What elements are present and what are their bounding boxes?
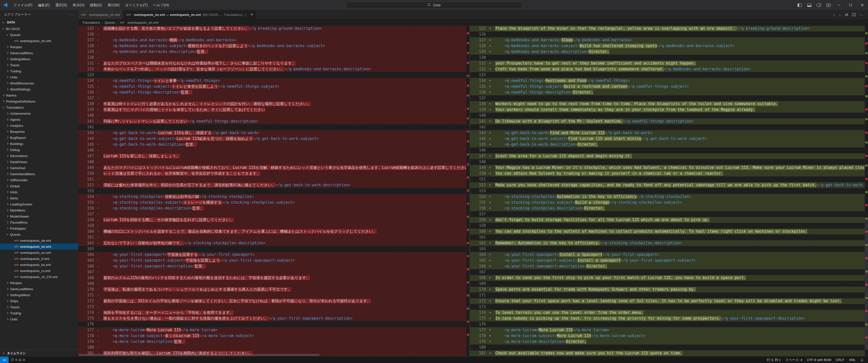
line-number[interactable]: 169 [78,281,95,287]
line-number[interactable]: 156 [470,205,487,211]
line-number[interactable]: 144 [78,136,95,142]
tree-item-pausemenu[interactable]: PauseMenu [0,219,78,225]
menu-item-4[interactable]: 表示(V) [70,0,87,10]
line-number[interactable]: 176 [78,321,95,327]
line-number[interactable]: 173 [78,304,95,310]
code-line[interactable]: 151 [470,176,865,182]
line-number[interactable]: 159 [470,223,487,229]
timeline-section-header[interactable]: タイムライン [0,350,78,357]
line-number[interactable]: 135 [470,84,487,90]
code-line[interactable]: 141+Do likewise with a blueprint of the … [470,119,865,124]
tree-item-recipes[interactable]: Recipes [0,280,78,286]
breadcrumb-item[interactable]: Translations [82,21,100,25]
tree-item-quests[interactable]: Quests [0,32,78,38]
line-number[interactable]: 147 [78,153,95,159]
code-line[interactable]: 169 [470,281,865,287]
code-line[interactable]: 145+ <q-get-back-to-work-description>Dir… [470,142,865,147]
line-number[interactable]: 137 [78,95,95,101]
line-number[interactable]: 145 [78,142,95,147]
code-line[interactable]: 146 [470,147,865,153]
code-line[interactable]: 172-最初の宇宙港には、3X3タイルの平坦な着陸ゾーンを確保してください。完全… [78,298,466,304]
line-number[interactable]: 150 [470,171,487,176]
line-number[interactable]: 140 [78,113,95,119]
line-number[interactable]: 142 [470,124,487,130]
previous-change-icon[interactable]: ↑ [833,12,835,17]
code-line[interactable]: 134+ <q-needful-things>Restrooms and Foo… [470,78,865,84]
code-line[interactable]: 150-レッド溶液は交易で手に入れるか、化学実験室や、化学反応炉で作成することも… [78,171,466,176]
code-line[interactable]: 130- [78,55,466,61]
line-number[interactable]: 146 [78,147,95,153]
line-number[interactable]: 138 [78,101,95,107]
line-number[interactable]: 175 [470,316,487,321]
line-number[interactable]: 172 [470,298,487,304]
line-number[interactable]: 179 [470,339,487,344]
code-line[interactable]: 128+ <q-bedknobs-and-barracks-subject>Bu… [470,43,865,49]
code-line[interactable]: 150+You can obtain Red Solvent by tradin… [470,171,865,176]
line-number[interactable]: 160 [470,229,487,234]
line-number[interactable]: 152 [78,182,95,188]
code-line[interactable]: 148 [470,159,865,165]
maximize-button[interactable] [845,0,857,10]
vertical-scrollbar-thumb[interactable] [865,218,868,350]
minimize-button[interactable] [833,0,845,10]
tree-item-worldsettings[interactable]: WorldSettings [0,86,78,92]
code-line[interactable]: 171- [78,292,466,298]
tree-item-saveloadmenu[interactable]: SaveLoadMenu [0,286,78,292]
line-number[interactable]: 178 [78,333,95,339]
code-line[interactable]: 133 [78,72,466,78]
code-line[interactable]: 167 [470,269,865,275]
code-line[interactable]: 168-最初のルクルム115の最初のバッチを回収するための最初の船を送信するため… [78,275,466,281]
line-number[interactable]: 129 [78,49,95,55]
code-line[interactable]: 165+ <q-your-first-spaceport-subject>Ins… [470,258,865,263]
code-line[interactable]: 156- <q-stocking-stockpiles-description>… [78,205,466,211]
code-line[interactable]: 156+ <q-stocking-stockpiles-description>… [470,205,865,211]
line-number[interactable]: 128 [470,43,487,49]
code-line[interactable]: 177- <q-more-lucrum>More Lucrum 115</q-m… [78,327,466,333]
line-number[interactable]: 136 [78,90,95,95]
code-line[interactable]: 147-Lucrum 115を探し出し、採掘しましょう。 [78,153,466,159]
code-line[interactable]: 178+ <q-more-lucrum-subject>More Lucrum … [470,333,865,339]
line-number[interactable]: 155 [470,200,487,205]
tree-item-ships[interactable]: Ships [0,298,78,304]
code-line[interactable]: 162-忘れないで下さい：自動化が効率化の鍵です。</q-stocking-st… [78,240,466,246]
close-button[interactable]: × [857,0,868,10]
code-line[interactable]: 135+ <q-needful-things-subject>Build a r… [470,84,865,90]
code-line[interactable]: 145- <q-get-back-to-work-description>監督、 [78,142,466,147]
menu-item-1[interactable]: ファイル(F) [10,0,35,10]
code-line[interactable]: 180 [470,344,865,351]
line-number[interactable]: 159 [78,223,95,229]
line-number[interactable]: 178 [470,333,487,339]
code-line[interactable]: 136+ <q-needful-things-description>Direc… [470,90,865,95]
tree-item-prototypedefinitions[interactable]: PrototypeDefinitions [0,98,78,104]
menu-item-2[interactable]: 編集(E) [35,0,53,10]
code-line[interactable]: 137 [470,95,865,101]
menu-item-5[interactable]: 移動(G) [87,0,105,10]
line-number[interactable]: 143 [78,130,95,136]
code-line[interactable]: 176 [78,321,466,327]
status-item-4[interactable]: CRLF [833,357,846,363]
tree-item-global[interactable]: Global [0,183,78,189]
line-number[interactable]: 132 [470,66,487,72]
line-number[interactable]: 166 [78,263,95,269]
code-line[interactable]: 164- <q-your-first-spaceport>宇宙港を設置する</q… [78,252,466,258]
line-number[interactable]: 175 [78,316,95,321]
code-line[interactable]: 159 [470,223,865,229]
breadcrumb-item[interactable]: eventsquests_en.xml [127,21,158,25]
code-line[interactable]: 176 [470,321,865,327]
more-actions-icon[interactable]: ··· [860,12,864,17]
tree-item-translations[interactable]: Translations [0,104,78,110]
line-number[interactable]: 137 [470,95,487,101]
line-number[interactable]: 126 [470,32,487,37]
code-line[interactable]: 140 [470,113,865,119]
line-number[interactable]: 131 [78,61,95,66]
tree-item-loadingscreen[interactable]: LoadingScreen [0,201,78,207]
line-number[interactable]: 152 [470,182,487,188]
line-number[interactable]: 136 [470,90,487,95]
code-line[interactable]: 137- [78,95,466,101]
code-line[interactable]: 125-採掘機を設計する際、長方形の黄色いエリアが鉱床を重なるよう設置してくださ… [78,26,466,32]
toggle-panel-icon[interactable] [805,2,813,8]
code-line[interactable]: 131-あなたのプロスペクターは睡眠休息を行なわなければ作業効率が低下し、さらに… [78,61,466,66]
code-line[interactable]: 161- [78,234,466,240]
line-number[interactable]: 163 [78,246,95,252]
code-line[interactable]: 169- [78,281,466,287]
